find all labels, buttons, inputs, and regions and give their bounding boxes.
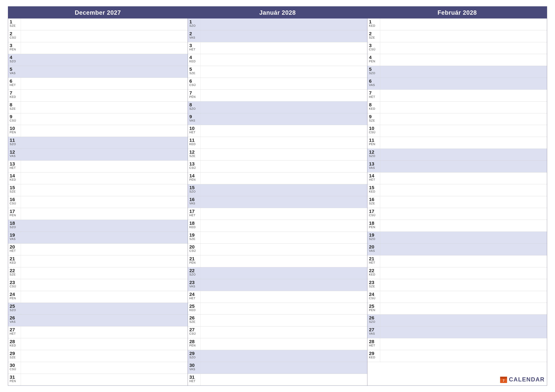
day-row: 15SZE (8, 184, 188, 196)
day-number-block: 4SZO (8, 54, 21, 66)
day-row: 1SZE (8, 19, 188, 30)
day-content (200, 362, 367, 374)
day-number-block: 7HÉT (367, 90, 380, 101)
day-row: 5SZO (367, 66, 547, 78)
day-content (21, 113, 188, 125)
day-content (200, 303, 367, 314)
day-content (200, 279, 367, 291)
day-number-block: 22KED (367, 267, 380, 279)
day-name: SZE (369, 36, 375, 39)
day-number: 2 (10, 31, 12, 36)
day-content (21, 161, 188, 172)
day-content (200, 267, 367, 279)
day-row: 7KED (8, 90, 188, 101)
day-row: 15KED (367, 184, 547, 196)
day-number: 4 (10, 55, 12, 60)
day-row: 26VAS (8, 314, 188, 326)
day-name: HÉT (189, 214, 196, 217)
day-number-block: 9CSÜ (8, 113, 21, 125)
day-row: 25SZO (8, 303, 188, 315)
day-number-block: 11SZO (8, 137, 21, 149)
day-number-block: 3PÉN (8, 42, 21, 54)
day-number: 14 (369, 173, 374, 178)
day-number-block: 9SZE (367, 113, 380, 125)
day-name: VAS (189, 36, 195, 39)
day-number: 24 (369, 292, 374, 297)
day-name: CSÜ (10, 119, 16, 122)
day-name: VAS (10, 321, 16, 324)
day-content (200, 30, 367, 42)
day-number-block: 31HÉT (188, 374, 200, 385)
day-row: 17CSÜ (367, 208, 547, 220)
day-row: 11KED (188, 137, 367, 149)
day-content (21, 42, 188, 54)
day-name: VAS (189, 202, 195, 205)
day-content (380, 125, 547, 137)
day-number: 25 (369, 304, 374, 309)
day-number: 6 (189, 78, 192, 84)
month-header-2: Február 2028 (367, 7, 547, 19)
day-name: KED (189, 143, 196, 146)
day-number-block: 20VAS (367, 243, 380, 255)
day-number: 19 (369, 232, 374, 238)
day-content (21, 314, 188, 326)
day-name: HÉT (10, 332, 16, 335)
day-number: 11 (189, 137, 195, 143)
day-name: SZO (369, 321, 375, 324)
day-row: 4SZO (8, 54, 188, 66)
day-row: 30VAS (188, 362, 367, 374)
day-number: 30 (189, 363, 195, 368)
days-container-1: 1SZO2VAS3HÉT4KED5SZE6CSÜ7PÉN8SZO9VAS10HÉ… (188, 19, 367, 385)
day-number: 27 (10, 327, 15, 332)
svg-text:7: 7 (503, 379, 504, 382)
day-number-block: 2CSÜ (8, 30, 21, 42)
day-number: 17 (189, 209, 195, 214)
day-number: 21 (369, 256, 374, 261)
month-col-2: Február 20281KED2SZE3CSÜ4PÉN5SZO6VAS7HÉT… (367, 7, 547, 385)
day-number: 4 (369, 55, 372, 60)
day-number: 6 (369, 78, 372, 84)
day-number: 14 (189, 173, 195, 178)
day-number: 5 (369, 67, 372, 72)
day-name: PÉN (369, 309, 375, 312)
day-number-block: 1SZE (8, 19, 21, 30)
day-content (21, 101, 188, 113)
day-row: 2CSÜ (8, 30, 188, 42)
day-name: SZO (189, 24, 196, 28)
day-number: 12 (189, 149, 195, 155)
day-number: 29 (369, 351, 374, 356)
day-name: SZE (189, 155, 195, 158)
day-number: 26 (369, 315, 374, 321)
day-name: CSÜ (10, 36, 16, 39)
day-row: 14KED (8, 172, 188, 184)
day-content (200, 54, 367, 66)
day-row: 16CSÜ (8, 196, 188, 208)
day-row: 22SZO (188, 267, 367, 279)
day-name: HÉT (10, 166, 16, 170)
day-content (21, 66, 188, 78)
day-row: 4PÉN (367, 54, 547, 66)
day-number-block: 22SZO (188, 267, 200, 279)
day-row: 10HÉT (188, 125, 367, 137)
day-row: 10PÉN (8, 125, 188, 137)
day-row: 27CSÜ (188, 326, 367, 338)
day-number-block: 23SZE (367, 279, 380, 291)
day-name: PÉN (369, 60, 375, 63)
day-row: 28KED (8, 338, 188, 350)
day-number: 16 (189, 197, 195, 202)
day-number-block: 5VAS (8, 66, 21, 78)
day-number-block: 26VAS (8, 314, 21, 326)
day-content (380, 303, 547, 314)
day-content (380, 66, 547, 78)
day-content (380, 184, 547, 196)
day-row: 28PÉN (188, 338, 367, 350)
day-name: CSÜ (189, 84, 196, 87)
day-number: 9 (10, 114, 12, 119)
day-content (380, 19, 547, 30)
day-row: 18KED (188, 220, 367, 232)
day-content (380, 208, 547, 220)
day-content (200, 184, 367, 196)
day-row: 3CSÜ (367, 42, 547, 54)
day-number-block: 18SZO (8, 220, 21, 232)
day-content (380, 149, 547, 160)
